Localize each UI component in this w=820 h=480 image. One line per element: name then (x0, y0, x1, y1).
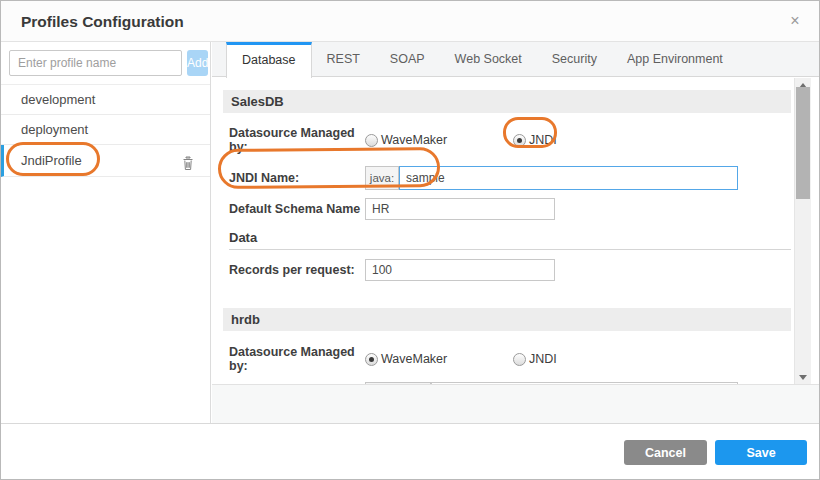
salesdb-managed-by-row: Datasource Managed by: WaveMaker JNDI (229, 126, 791, 154)
vertical-scrollbar[interactable] (794, 78, 811, 384)
records-label: Records per request: (229, 263, 365, 277)
jndi-prefix: java: (365, 166, 399, 190)
schema-label: Default Schema Name (229, 202, 365, 216)
profile-item-label: development (21, 92, 95, 107)
hrdb-managed-by-row: Datasource Managed by: WaveMaker JNDI (229, 345, 791, 373)
jndi-name-label: JNDI Name: (229, 171, 365, 185)
salesdb-jndi-option[interactable]: JNDI (513, 133, 557, 147)
radio-icon[interactable] (365, 134, 378, 147)
profile-name-input[interactable] (9, 50, 182, 76)
radio-label: WaveMaker (381, 352, 447, 366)
salesdb-section-header: SalesDB (223, 90, 791, 113)
save-button[interactable]: Save (715, 440, 807, 465)
radio-label: WaveMaker (381, 133, 447, 147)
tab-panel-footer (212, 384, 820, 424)
profile-add-row: Add (1, 42, 210, 85)
dialog-footer: Cancel Save (1, 423, 820, 480)
tab-security[interactable]: Security (537, 42, 612, 76)
profile-item-deployment[interactable]: deployment (1, 115, 210, 145)
tab-database[interactable]: Database (226, 42, 312, 78)
tab-soap[interactable]: SOAP (375, 42, 440, 76)
profiles-configuration-dialog: Profiles Configuration × Add development… (0, 0, 820, 480)
profiles-sidebar: Add development deployment JndiProfile (1, 42, 211, 423)
managed-by-label: Datasource Managed by: (229, 345, 365, 373)
close-icon[interactable]: × (785, 11, 805, 31)
records-input[interactable] (365, 259, 555, 281)
profile-item-development[interactable]: development (1, 85, 210, 115)
radio-icon[interactable] (513, 134, 526, 147)
add-profile-button[interactable]: Add (187, 50, 208, 76)
profile-item-label: JndiProfile (21, 153, 82, 168)
database-form: SalesDB Datasource Managed by: WaveMaker… (212, 78, 793, 384)
settings-tabbar: Database REST SOAP Web Socket Security A… (212, 42, 820, 77)
cancel-button[interactable]: Cancel (624, 440, 707, 465)
data-section-header: Data (229, 230, 791, 250)
hrdb-jndi-option[interactable]: JNDI (513, 352, 557, 366)
profile-item-label: deployment (21, 122, 88, 137)
records-row: Records per request: (229, 259, 791, 281)
radio-icon[interactable] (513, 353, 526, 366)
dialog-title: Profiles Configuration (21, 1, 184, 42)
schema-row: Default Schema Name (229, 198, 791, 220)
tab-web-socket[interactable]: Web Socket (440, 42, 537, 76)
tab-rest[interactable]: REST (312, 42, 375, 76)
radio-label: JNDI (529, 133, 557, 147)
dialog-header: Profiles Configuration × (1, 1, 820, 42)
jndi-name-row: JNDI Name: java: (229, 166, 791, 190)
jndi-name-group: java: (365, 166, 738, 190)
scrollbar-thumb[interactable] (796, 87, 810, 199)
profile-settings-panel: Database REST SOAP Web Socket Security A… (212, 42, 820, 424)
salesdb-wavemaker-option[interactable]: WaveMaker (365, 133, 513, 147)
hrdb-section-header: hrdb (223, 308, 791, 331)
profile-item-jndiprofile[interactable]: JndiProfile (1, 145, 210, 177)
jndi-name-input[interactable] (399, 166, 738, 190)
database-tab-content: SalesDB Datasource Managed by: WaveMaker… (212, 78, 820, 384)
radio-icon[interactable] (365, 353, 378, 366)
schema-input[interactable] (365, 198, 555, 220)
managed-by-label: Datasource Managed by: (229, 126, 365, 154)
tab-app-environment[interactable]: App Environment (612, 42, 738, 76)
scroll-down-icon[interactable] (795, 370, 811, 384)
hrdb-wavemaker-option[interactable]: WaveMaker (365, 352, 513, 366)
radio-label: JNDI (529, 352, 557, 366)
delete-profile-icon[interactable] (180, 152, 196, 169)
